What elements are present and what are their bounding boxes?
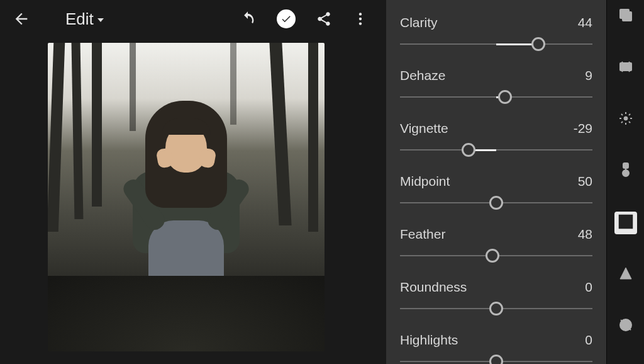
slider-value: 44 bbox=[578, 15, 592, 30]
page-title: Edit bbox=[65, 9, 94, 29]
svg-point-0 bbox=[359, 13, 362, 15]
slider-midpoint: Midpoint50 bbox=[400, 174, 592, 209]
more-button[interactable] bbox=[352, 11, 369, 27]
slider-value: 9 bbox=[585, 68, 592, 83]
slider-roundness: Roundness0 bbox=[400, 280, 592, 315]
slider-label: Highlights bbox=[400, 333, 458, 348]
slider-value: -29 bbox=[574, 121, 592, 136]
undo-button[interactable] bbox=[239, 10, 257, 28]
slider-thumb[interactable] bbox=[498, 90, 512, 104]
image-viewport[interactable] bbox=[0, 38, 386, 364]
detail-icon bbox=[618, 266, 633, 283]
slider-track[interactable] bbox=[400, 249, 592, 262]
slider-thumb[interactable] bbox=[486, 249, 499, 263]
auto-tool[interactable] bbox=[614, 57, 637, 79]
slider-vignette: Vignette-29 bbox=[400, 121, 592, 156]
image-preview bbox=[48, 43, 325, 351]
slider-highlights: Highlights0 bbox=[400, 333, 592, 364]
effects-tool[interactable] bbox=[614, 212, 637, 234]
auto-icon bbox=[618, 59, 633, 77]
slider-value: 0 bbox=[585, 280, 592, 295]
slider-track[interactable] bbox=[400, 144, 592, 156]
svg-rect-4 bbox=[623, 12, 631, 21]
slider-track[interactable] bbox=[400, 91, 592, 103]
slider-dehaze: Dehaze9 bbox=[400, 68, 592, 103]
slider-value: 0 bbox=[585, 333, 592, 348]
slider-track[interactable] bbox=[400, 196, 592, 209]
svg-point-6 bbox=[624, 117, 628, 120]
slider-track[interactable] bbox=[400, 38, 592, 50]
edit-dropdown[interactable]: Edit bbox=[65, 9, 104, 29]
svg-point-1 bbox=[359, 18, 362, 20]
light-tool[interactable] bbox=[614, 108, 637, 131]
slider-track[interactable] bbox=[400, 355, 592, 364]
slider-value: 48 bbox=[578, 227, 592, 242]
effects-icon bbox=[618, 213, 634, 232]
detail-tool[interactable] bbox=[614, 263, 637, 286]
slider-label: Vignette bbox=[400, 121, 448, 136]
color-tool[interactable] bbox=[614, 160, 637, 183]
slider-thumb[interactable] bbox=[489, 196, 503, 210]
presets-icon bbox=[618, 8, 633, 25]
light-icon bbox=[618, 111, 633, 128]
editor-main: Edit bbox=[0, 0, 386, 364]
effects-panel: Clarity44Dehaze9Vignette-29Midpoint50Fea… bbox=[386, 0, 606, 364]
slider-label: Feather bbox=[400, 227, 445, 242]
slider-label: Midpoint bbox=[400, 174, 450, 189]
svg-rect-5 bbox=[620, 63, 631, 71]
optics-icon bbox=[618, 317, 633, 335]
presets-tool[interactable] bbox=[614, 5, 637, 28]
color-icon bbox=[619, 162, 633, 181]
slider-track[interactable] bbox=[400, 302, 592, 315]
slider-thumb[interactable] bbox=[489, 355, 503, 364]
optics-tool[interactable] bbox=[614, 315, 637, 338]
back-button[interactable] bbox=[13, 10, 30, 28]
slider-label: Dehaze bbox=[400, 68, 445, 83]
chevron-down-icon bbox=[97, 18, 104, 22]
slider-feather: Feather48 bbox=[400, 227, 592, 262]
topbar: Edit bbox=[0, 0, 386, 38]
tools-sidebar bbox=[606, 0, 644, 364]
slider-thumb[interactable] bbox=[489, 302, 503, 316]
slider-label: Roundness bbox=[400, 280, 467, 295]
slider-value: 50 bbox=[578, 174, 592, 189]
share-button[interactable] bbox=[316, 11, 332, 27]
svg-rect-7 bbox=[623, 163, 628, 168]
slider-thumb[interactable] bbox=[462, 143, 475, 157]
svg-point-8 bbox=[623, 170, 629, 176]
confirm-button[interactable] bbox=[277, 9, 296, 28]
slider-label: Clarity bbox=[400, 15, 438, 30]
svg-point-2 bbox=[359, 22, 362, 25]
slider-clarity: Clarity44 bbox=[400, 15, 592, 50]
slider-thumb[interactable] bbox=[531, 37, 545, 51]
